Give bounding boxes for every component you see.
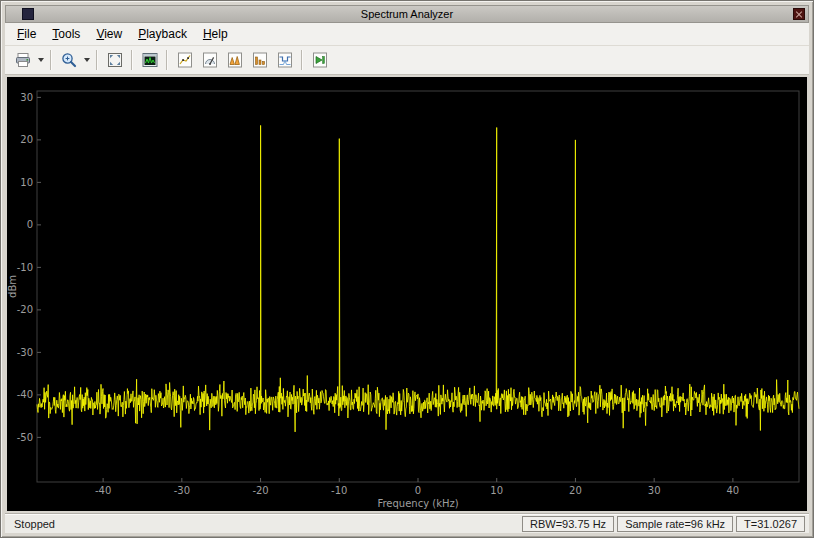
- spectral-mask-icon: [276, 51, 294, 69]
- peak-finder-button[interactable]: [222, 48, 247, 72]
- spectral-mask-button[interactable]: [272, 48, 297, 72]
- export-button[interactable]: [10, 48, 35, 72]
- svg-text:-50: -50: [17, 432, 33, 443]
- close-icon[interactable]: [793, 8, 805, 20]
- svg-text:20: 20: [20, 134, 33, 145]
- svg-text:0: 0: [415, 485, 421, 496]
- menu-view[interactable]: View: [88, 24, 130, 44]
- export-dropdown-button[interactable]: [35, 48, 46, 72]
- menu-playback[interactable]: Playback: [130, 24, 195, 44]
- svg-text:10: 10: [20, 177, 33, 188]
- toolbar-separator: [50, 50, 52, 70]
- svg-text:10: 10: [490, 485, 503, 496]
- spectrum-plot[interactable]: -40-30-20-100102030403020100-10-20-30-40…: [7, 77, 807, 511]
- titlebar[interactable]: Spectrum Analyzer: [5, 5, 809, 23]
- step-forward-icon: [311, 51, 329, 69]
- zoom-dropdown-button[interactable]: [81, 48, 92, 72]
- printer-export-icon: [14, 51, 32, 69]
- toolbar-separator: [96, 50, 98, 70]
- toolbar-separator: [301, 50, 303, 70]
- signal-statistics-icon: [201, 51, 219, 69]
- status-text: Stopped: [9, 518, 519, 530]
- svg-text:Frequency (kHz): Frequency (kHz): [377, 498, 458, 509]
- svg-text:-10: -10: [17, 262, 33, 273]
- dropdown-caret-icon: [84, 58, 90, 62]
- svg-text:-30: -30: [174, 485, 190, 496]
- signal-statistics-button[interactable]: [197, 48, 222, 72]
- spectrum-settings-icon: [141, 51, 159, 69]
- svg-text:30: 30: [648, 485, 661, 496]
- svg-text:-40: -40: [17, 389, 33, 400]
- toolbar: [5, 46, 809, 75]
- svg-text:-20: -20: [252, 485, 268, 496]
- app-icon[interactable]: [22, 8, 34, 20]
- menu-file[interactable]: File: [9, 24, 44, 44]
- zoom-button[interactable]: [56, 48, 81, 72]
- dropdown-caret-icon: [38, 58, 44, 62]
- sample-rate-panel: Sample rate=96 kHz: [617, 516, 733, 532]
- svg-text:20: 20: [569, 485, 582, 496]
- menubar: File Tools View Playback Help: [5, 23, 809, 46]
- cursor-measurements-icon: [176, 51, 194, 69]
- menu-help[interactable]: Help: [195, 24, 236, 44]
- toolbar-separator: [166, 50, 168, 70]
- spectrum-settings-button[interactable]: [137, 48, 162, 72]
- fit-to-view-button[interactable]: [102, 48, 127, 72]
- step-forward-button[interactable]: [307, 48, 332, 72]
- distortion-measurements-icon: [251, 51, 269, 69]
- peak-finder-icon: [226, 51, 244, 69]
- window-title: Spectrum Analyzer: [361, 8, 453, 20]
- zoom-in-icon: [60, 51, 78, 69]
- toolbar-separator: [131, 50, 133, 70]
- svg-text:dBm: dBm: [7, 275, 18, 298]
- plot-panel[interactable]: -40-30-20-100102030403020100-10-20-30-40…: [7, 77, 807, 511]
- time-panel: T=31.0267: [736, 516, 805, 532]
- fit-to-view-icon: [106, 51, 124, 69]
- svg-text:-10: -10: [331, 485, 347, 496]
- svg-text:-20: -20: [17, 304, 33, 315]
- svg-text:0: 0: [27, 219, 33, 230]
- menu-tools[interactable]: Tools: [44, 24, 88, 44]
- statusbar: Stopped RBW=93.75 Hz Sample rate=96 kHz …: [5, 513, 809, 533]
- svg-text:-40: -40: [95, 485, 111, 496]
- svg-text:-30: -30: [17, 347, 33, 358]
- cursor-measurements-button[interactable]: [172, 48, 197, 72]
- svg-text:40: 40: [727, 485, 740, 496]
- rbw-panel: RBW=93.75 Hz: [522, 516, 614, 532]
- spectrum-analyzer-window: Spectrum Analyzer File Tools View Playba…: [0, 0, 814, 538]
- distortion-measurements-button[interactable]: [247, 48, 272, 72]
- svg-text:30: 30: [20, 92, 33, 103]
